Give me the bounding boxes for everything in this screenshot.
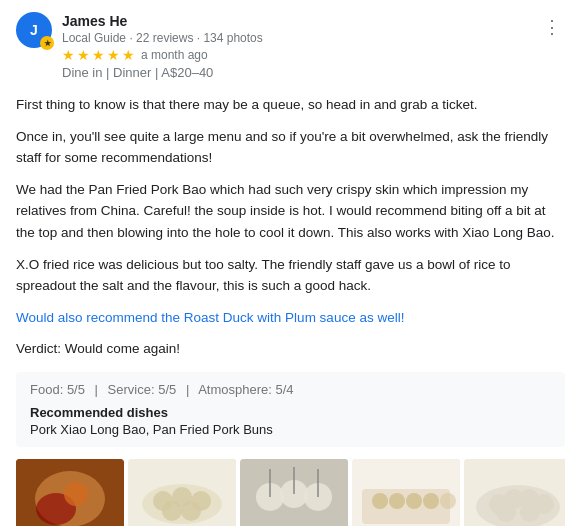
service-label: Service:: [108, 382, 155, 397]
review-p3-text: We had the Pan Fried Pork Bao which had …: [16, 182, 555, 240]
ratings-row: Food: 5/5 | Service: 5/5 | Atmosphere: 5…: [30, 382, 551, 397]
photos-row: [16, 459, 565, 526]
reviewer-details: James He Local Guide · 22 reviews · 134 …: [62, 12, 263, 88]
recommended-items: Pork Xiao Long Bao, Pan Fried Pork Buns: [30, 422, 551, 437]
review-header: J ★ James He Local Guide · 22 reviews · …: [16, 12, 565, 88]
photo-5[interactable]: [464, 459, 565, 526]
svg-point-23: [423, 493, 439, 509]
reviewer-name: James He: [62, 12, 263, 30]
svg-point-22: [406, 493, 422, 509]
review-p2-text: Once in, you'll see quite a large menu a…: [16, 129, 548, 166]
review-p3: We had the Pan Fried Pork Bao which had …: [16, 179, 565, 244]
meal-type: Dinner: [113, 65, 151, 80]
more-options-icon[interactable]: ⋮: [539, 12, 565, 42]
avatar-initial: J: [30, 22, 38, 38]
star-1: ★: [62, 47, 75, 63]
review-p6: Verdict: Would come again!: [16, 338, 565, 360]
svg-point-31: [496, 502, 516, 522]
sep-1: |: [95, 382, 98, 397]
photo-2[interactable]: [128, 459, 236, 526]
ratings-box: Food: 5/5 | Service: 5/5 | Atmosphere: 5…: [16, 372, 565, 447]
star-3: ★: [92, 47, 105, 63]
star-5: ★: [122, 47, 135, 63]
review-p5: Would also recommend the Roast Duck with…: [16, 307, 565, 329]
svg-point-9: [162, 501, 182, 521]
svg-point-10: [181, 501, 201, 521]
star-4: ★: [107, 47, 120, 63]
review-p5-text: Would also recommend the Roast Duck with…: [16, 310, 404, 325]
review-p6-text: Verdict: Would come again!: [16, 341, 180, 356]
atmosphere-label: Atmosphere:: [198, 382, 272, 397]
star-2: ★: [77, 47, 90, 63]
avatar: J ★: [16, 12, 52, 48]
photo-4[interactable]: [352, 459, 460, 526]
service-score: 5/5: [158, 382, 176, 397]
recommended-label: Recommended dishes: [30, 405, 551, 420]
price-range: A$20–40: [161, 65, 213, 80]
review-p1-text: First thing to know is that there may be…: [16, 97, 478, 112]
dine-info: Dine in | Dinner | A$20–40: [62, 65, 263, 80]
svg-point-3: [64, 482, 88, 506]
photo-1[interactable]: [16, 459, 124, 526]
svg-point-20: [372, 493, 388, 509]
food-score: 5/5: [67, 382, 85, 397]
photo-3[interactable]: [240, 459, 348, 526]
star-rating: ★ ★ ★ ★ ★ a month ago: [62, 47, 263, 63]
svg-point-32: [520, 502, 540, 522]
review-p4-text: X.O fried rice was delicious but too sal…: [16, 257, 511, 294]
review-p2: Once in, you'll see quite a large menu a…: [16, 126, 565, 169]
review-p4: X.O fried rice was delicious but too sal…: [16, 254, 565, 297]
review-p1: First thing to know is that there may be…: [16, 94, 565, 116]
svg-point-21: [389, 493, 405, 509]
food-label: Food:: [30, 382, 63, 397]
reviewer-info: J ★ James He Local Guide · 22 reviews · …: [16, 12, 263, 88]
local-guide-badge: ★: [40, 36, 54, 50]
atmosphere-score: 5/4: [276, 382, 294, 397]
review-body: First thing to know is that there may be…: [16, 94, 565, 360]
reviewer-meta: Local Guide · 22 reviews · 134 photos: [62, 30, 263, 47]
review-container: J ★ James He Local Guide · 22 reviews · …: [0, 0, 581, 526]
sep-2: |: [186, 382, 189, 397]
dine-type: Dine in: [62, 65, 102, 80]
svg-point-24: [440, 493, 456, 509]
review-time: a month ago: [141, 48, 208, 62]
